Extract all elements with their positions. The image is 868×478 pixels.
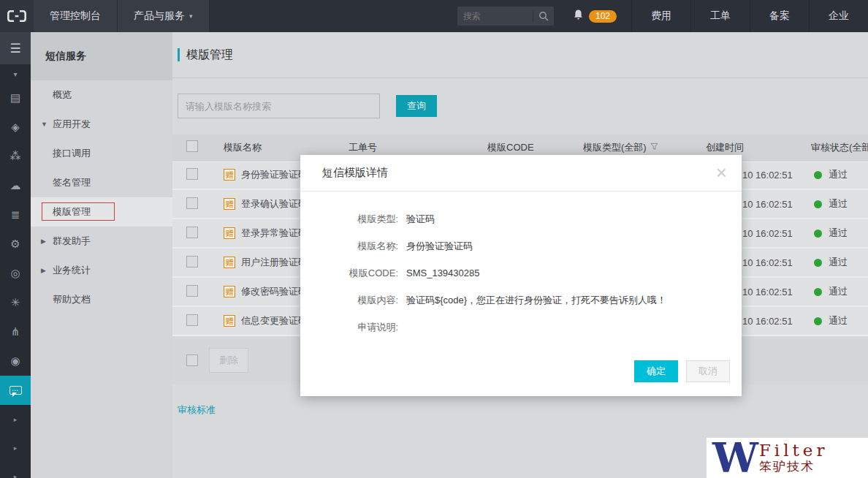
cloud-icon[interactable]: ☁ [0,171,31,200]
search-icon[interactable] [533,11,554,21]
sidebar-help-label: 帮助文档 [53,293,91,306]
nav-billing[interactable]: 费用 [631,0,690,32]
footer-select-all-checkbox[interactable] [186,354,198,366]
select-all-checkbox[interactable] [186,140,198,152]
nav-console-label: 管理控制台 [50,10,101,23]
sidebar-item-signature-mgmt[interactable]: 签名管理 [31,168,172,197]
nav-enterprise[interactable]: 企业 [809,0,868,32]
sidebar-item-app-dev[interactable]: ▼ 应用开发 [31,110,172,139]
row-checkbox[interactable] [186,168,198,180]
status-cell: 通过 [811,168,868,181]
status-text: 通过 [829,314,848,327]
cloud-logo-icon[interactable] [0,0,34,32]
status-text: 通过 [829,197,848,210]
gear-icon[interactable]: ⚙ [0,229,31,259]
rail-expand-icon-1[interactable]: ▸ [0,405,31,433]
wfilter-watermark: W Filter 笨驴技术 [707,438,868,478]
funnel-icon [650,142,658,153]
top-navbar: 管理控制台 产品与服务 ▾ 102 费用 工单 备案 企业 [0,0,868,32]
shield-icon[interactable]: ◈ [0,113,31,142]
eye-icon[interactable]: ◉ [0,346,31,376]
sidebar-service-title: 短信服务 [31,32,172,80]
field-label-name: 模版名称: [300,238,398,254]
modal-actions: 确定 取消 [634,360,730,382]
target-icon[interactable]: ◎ [0,259,31,288]
tree-icon[interactable]: ⋔ [0,317,31,346]
sidebar-item-business-stats[interactable]: ▶ 业务统计 [31,256,172,285]
global-search-input[interactable] [457,11,533,21]
expand-right-icon: ▶ [41,267,46,274]
hamburger-menu-icon[interactable]: ☰ [0,32,31,64]
template-search-input[interactable] [178,94,380,118]
template-name: 用户注册验证码 [241,256,308,269]
notifications[interactable]: 102 [573,0,617,32]
gift-badge: 赠 [224,198,235,210]
layers-icon[interactable]: ≣ [0,200,31,229]
sidebar: 短信服务 概览 ▼ 应用开发 接口调用 签名管理 模版管理 ▶ 群发助手 ▶ 业… [31,32,172,478]
status-dot-icon [814,171,822,179]
cancel-button[interactable]: 取消 [686,360,730,382]
delete-button[interactable]: 删除 [209,348,248,373]
title-accent-bar [178,48,180,61]
sidebar-app-dev-label: 应用开发 [53,118,91,131]
col-header-order: 工单号 [349,141,487,154]
nodes-icon[interactable]: ⁂ [0,142,31,171]
chat-bubble-icon: ⋯ [9,386,22,395]
row-checkbox[interactable] [186,256,198,268]
field-value-note [406,319,422,335]
field-row-note: 申请说明: [300,319,742,335]
modal-title: 短信模版详情 [322,166,388,180]
modal-body: 模版类型: 验证码 模版名称: 身份验证验证码 模版CODE: SMS_1394… [300,191,742,335]
row-checkbox[interactable] [186,314,198,326]
gift-badge: 赠 [224,169,235,181]
nav-beian-label: 备案 [769,10,790,23]
rail-expand-icon-3[interactable]: ▸ [0,462,31,478]
sidebar-item-bulk-assistant[interactable]: ▶ 群发助手 [31,227,172,256]
field-value-type: 验证码 [406,211,451,227]
nav-products[interactable]: 产品与服务 ▾ [118,0,210,32]
row-checkbox[interactable] [186,227,198,238]
col-header-type-filter[interactable]: 模版类型(全部) [583,141,706,154]
status-cell: 通过 [811,256,868,269]
close-icon[interactable]: × [716,165,727,181]
template-name: 修改密码验证码 [241,285,308,298]
gift-badge: 赠 [224,315,235,327]
status-text: 通过 [829,227,848,240]
servers-icon[interactable]: ▤ [0,83,31,113]
row-checkbox[interactable] [186,197,198,209]
sidebar-item-overview[interactable]: 概览 [31,80,172,110]
review-standard-link[interactable]: 审核标准 [178,403,216,417]
sms-service-icon[interactable]: ⋯ [0,376,31,405]
row-checkbox[interactable] [186,285,198,297]
status-text: 通过 [829,168,848,181]
confirm-button[interactable]: 确定 [634,360,678,382]
gift-badge: 赠 [224,227,235,239]
nav-ticket-label: 工单 [710,10,731,23]
status-dot-icon [814,288,822,296]
rail-collapse-icon[interactable]: ▾ [0,64,31,83]
sidebar-item-api-call[interactable]: 接口调用 [31,139,172,168]
query-button[interactable]: 查询 [396,95,437,117]
sidebar-stats-label: 业务统计 [53,264,91,277]
star-icon[interactable]: ✳ [0,288,31,317]
nav-spacer [210,0,457,32]
rail-expand-icon-2[interactable]: ▸ [0,433,31,462]
template-name: 身份验证验证码 [241,168,308,181]
watermark-brand: Filter [759,442,829,459]
nav-ticket[interactable]: 工单 [690,0,750,32]
bell-icon [573,9,584,23]
col-header-type-label: 模版类型(全部) [583,141,647,154]
status-cell: 通过 [811,227,868,240]
modal-header: 短信模版详情 × [300,155,742,191]
sidebar-item-template-mgmt[interactable]: 模版管理 [31,197,172,227]
page-header: 模版管理 [172,32,868,78]
col-header-status-filter[interactable]: 审核状态(全部 [811,141,868,154]
toolbar: 查询 [178,94,868,118]
chevron-down-icon: ▾ [189,12,193,20]
nav-console[interactable]: 管理控制台 [34,0,118,32]
nav-beian[interactable]: 备案 [750,0,809,32]
sidebar-item-help-docs[interactable]: 帮助文档 [31,285,172,314]
field-row-type: 模版类型: 验证码 [300,211,742,227]
watermark-company: 笨驴技术 [759,459,829,474]
field-label-code: 模版CODE: [300,265,398,281]
